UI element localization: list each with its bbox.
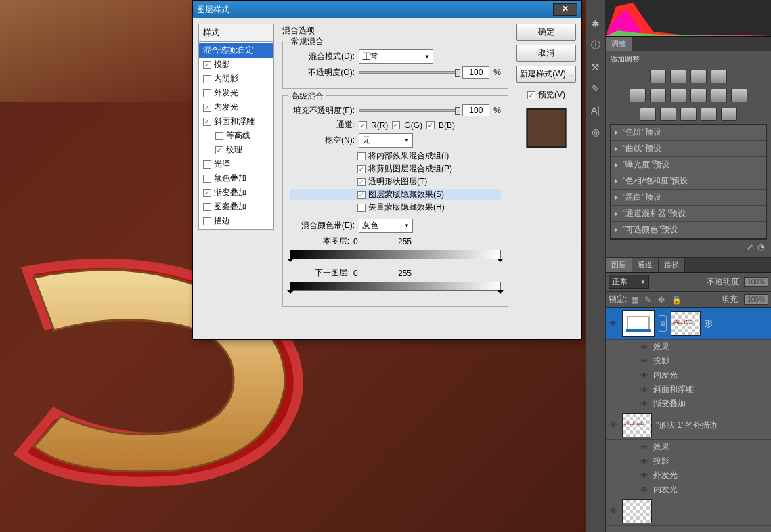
style-checkbox[interactable]: ✓ <box>203 61 211 69</box>
brush-icon[interactable]: ✎ <box>590 83 602 95</box>
style-checkbox[interactable]: ✓ <box>203 104 211 112</box>
balance-icon[interactable] <box>670 89 686 102</box>
style-checkbox[interactable] <box>203 203 211 211</box>
curves-icon[interactable] <box>690 70 707 83</box>
under-layer-slider[interactable] <box>290 282 501 291</box>
fill-opacity-slider[interactable] <box>359 109 458 112</box>
layer-row-stroke[interactable]: 👁 fALLIED "形状 1"的外描边 <box>606 411 771 440</box>
style-checkbox[interactable]: ✓ <box>203 189 211 197</box>
visibility-icon[interactable]: 👁 <box>640 471 649 481</box>
visibility-icon[interactable]: 👁 <box>609 506 618 516</box>
preset-item[interactable]: "可选颜色"预设 <box>611 222 766 238</box>
visibility-icon[interactable]: 👁 <box>609 420 618 430</box>
clip-icon[interactable]: ◔ <box>757 242 764 252</box>
fx-item[interactable]: 👁投影 <box>606 354 771 368</box>
adv-checkbox[interactable] <box>357 152 366 160</box>
layer-opacity-input[interactable]: 100% <box>744 277 768 287</box>
layer-blend-mode-select[interactable]: 正常▼ <box>609 275 649 289</box>
visibility-icon[interactable]: 👁 <box>640 385 649 395</box>
style-item[interactable]: 等高线 <box>199 129 273 143</box>
style-item[interactable]: 内阴影 <box>199 72 273 86</box>
fx-item[interactable]: 👁投影 <box>606 454 771 468</box>
visibility-icon[interactable]: 👁 <box>640 371 649 380</box>
style-checkbox[interactable]: ✓ <box>215 146 223 154</box>
lock-paint-icon[interactable]: ✎ <box>644 295 654 305</box>
visibility-icon[interactable]: 👁 <box>609 319 618 328</box>
style-item[interactable]: 颜色叠加 <box>199 171 273 185</box>
lock-transparent-icon[interactable]: ▦ <box>631 295 640 305</box>
cancel-button[interactable]: 取消 <box>516 45 576 62</box>
posterize-icon[interactable] <box>660 108 676 121</box>
adv-option[interactable]: 矢量蒙版隐藏效果(H) <box>290 202 501 213</box>
selcolor-icon[interactable] <box>721 108 737 121</box>
expand-icon[interactable]: ⤢ <box>747 242 753 252</box>
exposure-icon[interactable] <box>711 70 727 83</box>
levels-icon[interactable] <box>670 70 686 83</box>
fx-item[interactable]: 👁渐变叠加 <box>606 397 771 411</box>
preset-item[interactable]: "曝光度"预设 <box>611 157 766 173</box>
adv-option[interactable]: ✓透明形状图层(T) <box>290 176 501 187</box>
channel-r-checkbox[interactable]: ✓ <box>359 121 367 129</box>
style-checkbox[interactable]: ✓ <box>203 118 211 126</box>
gradmap-icon[interactable] <box>701 108 717 121</box>
bw-icon[interactable] <box>690 89 707 102</box>
blendif-select[interactable]: 灰色▼ <box>359 219 413 233</box>
style-checkbox[interactable] <box>203 217 211 225</box>
adv-option[interactable]: ✓图层蒙版隐藏效果(S) <box>290 189 501 200</box>
tab-channels[interactable]: 通道 <box>632 258 659 272</box>
this-layer-slider[interactable] <box>290 250 501 259</box>
channel-b-checkbox[interactable]: ✓ <box>426 121 435 129</box>
adv-checkbox[interactable]: ✓ <box>357 165 366 173</box>
style-item[interactable]: ✓投影 <box>199 58 273 72</box>
layer-row-shape[interactable]: 👁 ⧉ fALLIED 形 <box>606 308 771 340</box>
style-item[interactable]: 光泽 <box>199 157 273 171</box>
visibility-icon[interactable]: 👁 <box>640 485 649 495</box>
channel-g-checkbox[interactable]: ✓ <box>392 121 400 129</box>
layer-fill-input[interactable]: 100% <box>744 294 768 305</box>
adv-checkbox[interactable] <box>357 204 366 212</box>
adv-option[interactable]: ✓将剪贴图层混合成组(P) <box>290 163 501 175</box>
visibility-icon[interactable]: 👁 <box>640 357 649 366</box>
camera-icon[interactable]: ◎ <box>590 126 602 138</box>
visibility-icon[interactable]: 👁 <box>640 399 649 409</box>
style-item[interactable]: 图案叠加 <box>199 200 273 214</box>
adv-option[interactable]: 将内部效果混合成组(I) <box>290 150 501 162</box>
style-item[interactable]: ✓内发光 <box>199 100 273 114</box>
lock-move-icon[interactable]: ✥ <box>658 295 667 305</box>
hue-icon[interactable] <box>650 89 666 102</box>
preview-checkbox[interactable]: ✓ <box>527 91 535 99</box>
preset-item[interactable]: "通道混和器"预设 <box>611 206 766 222</box>
style-item[interactable]: 混合选项:自定 <box>199 43 273 58</box>
lock-all-icon[interactable]: 🔒 <box>671 295 681 305</box>
brightness-icon[interactable] <box>650 70 666 83</box>
preset-item[interactable]: "色阶"预设 <box>611 125 766 141</box>
style-checkbox[interactable] <box>203 89 211 97</box>
new-style-button[interactable]: 新建样式(W)... <box>516 66 576 83</box>
ok-button[interactable]: 确定 <box>516 24 576 41</box>
fill-opacity-input[interactable]: 100 <box>462 104 489 116</box>
fx-item[interactable]: 👁外发光 <box>606 468 771 483</box>
opacity-input[interactable]: 100 <box>462 66 489 79</box>
tools-icon[interactable]: ⚒ <box>590 61 602 73</box>
preset-item[interactable]: "色相/饱和度"预设 <box>611 173 766 190</box>
dialog-titlebar[interactable]: 图层样式 ✕ <box>193 1 581 18</box>
tab-layers[interactable]: 图层 <box>606 258 632 272</box>
style-item[interactable]: 描边 <box>199 214 273 228</box>
tab-paths[interactable]: 路径 <box>659 258 685 272</box>
adv-checkbox[interactable]: ✓ <box>357 178 366 186</box>
style-checkbox[interactable] <box>203 175 211 183</box>
style-checkbox[interactable] <box>203 160 211 169</box>
preset-item[interactable]: "曲线"预设 <box>611 141 766 157</box>
vibrance-icon[interactable] <box>630 89 646 102</box>
layer-row-extra[interactable]: 👁 <box>606 497 771 526</box>
type-icon[interactable]: A| <box>590 104 602 116</box>
photo-filter-icon[interactable] <box>711 89 727 102</box>
compass-icon[interactable]: ✱ <box>590 18 602 30</box>
fx-item[interactable]: 👁内发光 <box>606 483 771 497</box>
blend-mode-select[interactable]: 正常▼ <box>359 49 433 64</box>
preset-item[interactable]: "黑白"预设 <box>611 190 766 206</box>
fx-item[interactable]: 👁内发光 <box>606 368 771 382</box>
mixer-icon[interactable] <box>731 89 747 102</box>
style-item[interactable]: ✓斜面和浮雕 <box>199 114 273 129</box>
close-button[interactable]: ✕ <box>553 3 577 16</box>
